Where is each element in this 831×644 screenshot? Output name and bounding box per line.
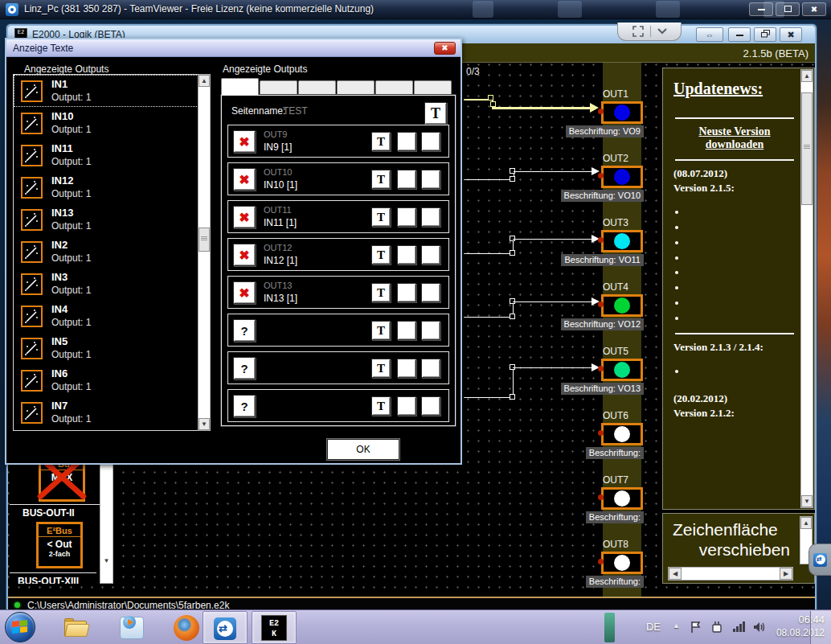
page-tab[interactable]	[337, 80, 375, 95]
row-color-button[interactable]	[421, 170, 440, 189]
row-text-style-button[interactable]: T	[371, 245, 391, 265]
row-text-style-button[interactable]: T	[371, 132, 391, 151]
row-color-button[interactable]	[421, 359, 440, 378]
canvas-output-block[interactable]: OUT2 Beschriftung: VO10	[601, 153, 643, 206]
tv-close-button[interactable]: ✖	[802, 2, 826, 16]
row-color-button[interactable]	[397, 132, 416, 151]
input-list-item[interactable]: IN10 Output: 1	[14, 107, 199, 139]
input-list-item[interactable]: IN13 Output: 1	[14, 203, 199, 236]
dialog-titlebar[interactable]: Anzeige Texte ✖	[6, 39, 461, 57]
scroll-up-button[interactable]: ▲	[801, 70, 813, 82]
canvas-output-block[interactable]: OUT4 Beschriftung: VO12	[601, 281, 643, 334]
row-color-button[interactable]	[397, 321, 416, 340]
scroll-up-button[interactable]: ▲	[199, 75, 210, 87]
volume-icon[interactable]	[753, 621, 767, 634]
wire-handle[interactable]	[510, 250, 515, 256]
row-text-style-button[interactable]: T	[371, 170, 391, 189]
row-color-button[interactable]	[397, 359, 416, 378]
row-text-style-button[interactable]: T	[371, 396, 391, 416]
row-color-button[interactable]	[397, 245, 416, 265]
scroll-down-button[interactable]: ▼	[100, 555, 113, 567]
input-list-item[interactable]: IN2 Output: 1	[14, 236, 199, 268]
power-plug-icon[interactable]	[710, 621, 723, 634]
pan-canvas-panel[interactable]: Zeichenfläche verschieben ▲ ◀ ▶	[662, 513, 815, 584]
media-player-taskbar-icon[interactable]	[117, 613, 146, 642]
scroll-left-button[interactable]: ◀	[669, 568, 682, 580]
row-text-style-button[interactable]: T	[371, 207, 391, 227]
input-list-item[interactable]: IN5 Output: 1	[14, 332, 199, 364]
app-restore-button[interactable]	[754, 27, 776, 42]
canvas-output-block[interactable]: OUT3 Beschriftung: VO11	[601, 217, 643, 270]
input-listbox[interactable]: IN1 Output: 1 IN10 Output: 1 IN11 Output…	[13, 74, 211, 431]
app-minimize-button[interactable]	[728, 27, 751, 42]
ok-button[interactable]: OK	[327, 439, 399, 460]
row-color-button[interactable]	[397, 207, 416, 227]
row-text-style-button[interactable]: T	[371, 359, 391, 378]
updatenews-scrollbar[interactable]: ▲ ▼	[800, 69, 813, 508]
input-list-item[interactable]: IN4 Output: 1	[14, 300, 199, 332]
input-list-item[interactable]: IN3 Output: 1	[14, 268, 199, 300]
firefox-taskbar-icon[interactable]	[172, 613, 201, 642]
page-tab[interactable]	[298, 80, 336, 95]
download-link[interactable]: Neuste Version downloaden	[684, 125, 785, 151]
tv-maximize-button[interactable]	[776, 2, 800, 16]
wire-handle[interactable]	[510, 314, 515, 319]
scrollbar-thumb[interactable]	[801, 92, 813, 205]
row-color-button[interactable]	[397, 396, 416, 416]
app-close-button[interactable]: ✖	[780, 27, 802, 42]
row-marker-button[interactable]: ?	[233, 319, 256, 342]
row-color-button[interactable]	[421, 321, 440, 340]
e2000-logik-taskbar-button[interactable]: E2K	[252, 611, 297, 644]
row-color-button[interactable]	[421, 396, 440, 416]
row-text-style-button[interactable]: T	[371, 283, 391, 302]
show-desktop-button[interactable]	[810, 611, 831, 644]
scroll-up-button[interactable]: ▲	[800, 517, 812, 529]
canvas-output-block[interactable]: OUT6 Beschriftung:	[601, 410, 643, 463]
page-text-style-button[interactable]: T	[424, 102, 447, 125]
input-list-item[interactable]: IN1 Output: 1	[14, 75, 199, 107]
page-tab[interactable]	[414, 80, 452, 95]
canvas-output-block[interactable]: OUT5 Beschriftung: VO13	[601, 346, 643, 399]
palette-item-bus-out-xiii[interactable]: E²Bus < Out 2-fach	[36, 522, 83, 568]
row-marker-button[interactable]: ?	[233, 395, 256, 417]
row-marker-button[interactable]: ?	[233, 357, 256, 379]
page-tab[interactable]	[221, 78, 259, 95]
scroll-down-button[interactable]: ▼	[801, 495, 813, 507]
row-color-button[interactable]	[421, 245, 440, 265]
canvas-output-block[interactable]: OUT8 Beschriftung:	[601, 539, 643, 592]
row-marker-button[interactable]: ✖	[233, 206, 256, 228]
input-list-item[interactable]: IN6 Output: 1	[14, 364, 199, 396]
row-marker-button[interactable]: ✖	[233, 281, 256, 304]
scroll-right-button[interactable]: ▶	[780, 568, 792, 580]
palette-scrollbar[interactable]: ▼	[100, 453, 113, 584]
wire-handle[interactable]	[510, 394, 515, 400]
teamviewer-taskbar-button[interactable]: ⇄	[203, 611, 248, 644]
row-marker-button[interactable]: ✖	[233, 244, 256, 266]
input-list-item[interactable]: IN12 Output: 1	[14, 171, 199, 203]
input-list-item[interactable]: IN11 Output: 1	[14, 139, 199, 171]
pan-horizontal-scrollbar[interactable]: ◀ ▶	[668, 567, 793, 580]
row-color-button[interactable]	[421, 283, 440, 302]
row-color-button[interactable]	[421, 207, 440, 227]
canvas-output-block[interactable]: OUT1 Beschriftung: VO9	[601, 88, 643, 142]
wire-handle[interactable]	[490, 101, 496, 107]
teamviewer-side-grip[interactable]: ⇄	[808, 544, 831, 576]
seitenname-value[interactable]: TEST	[283, 105, 308, 117]
app-resize-button[interactable]: ⇔	[696, 27, 723, 42]
wire-handle[interactable]	[488, 95, 493, 100]
input-list-scrollbar[interactable]: ▲ ▼	[198, 74, 211, 431]
tv-minimize-button[interactable]	[749, 2, 773, 16]
page-tab[interactable]	[375, 80, 413, 95]
action-center-flag-icon[interactable]	[690, 621, 702, 634]
scroll-down-button[interactable]: ▼	[199, 418, 210, 430]
row-color-button[interactable]	[397, 170, 416, 189]
hidden-icons-button[interactable]: ▲	[673, 621, 680, 630]
canvas-output-block[interactable]: OUT7 Beschriftung:	[601, 474, 643, 527]
page-tab[interactable]	[260, 80, 297, 95]
start-button[interactable]	[5, 612, 35, 642]
teamviewer-top-tab[interactable]	[617, 23, 682, 41]
row-color-button[interactable]	[421, 132, 440, 151]
language-indicator[interactable]: DE	[646, 621, 661, 633]
dialog-close-button[interactable]: ✖	[434, 42, 456, 55]
scrollbar-thumb[interactable]	[199, 228, 210, 252]
